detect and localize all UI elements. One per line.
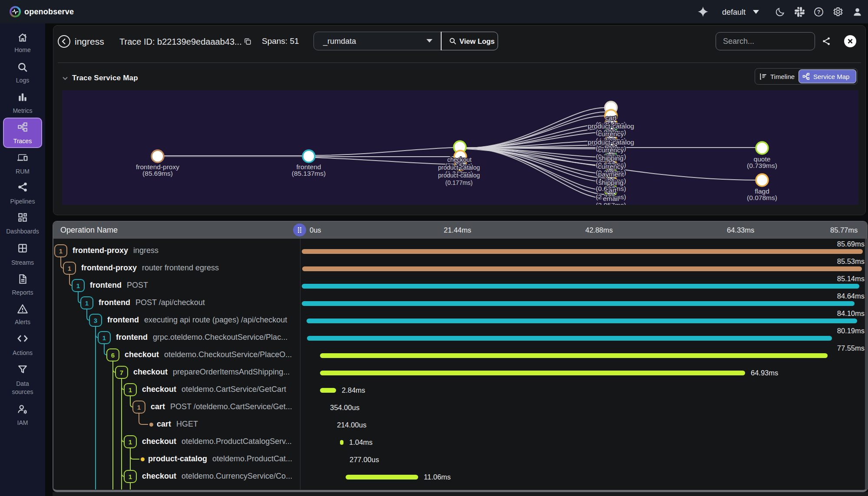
svg-text:email: email <box>603 195 619 202</box>
svg-text:product-catalog: product-catalog <box>588 138 634 146</box>
svg-text:(0.078ms): (0.078ms) <box>747 194 777 201</box>
svg-text:product-catalog: product-catalog <box>588 122 634 130</box>
svg-text:(85.69ms): (85.69ms) <box>142 170 173 177</box>
svg-text:payment: payment <box>598 171 624 178</box>
svg-text:shipping: shipping <box>598 179 624 186</box>
svg-text:?: ? <box>817 9 821 15</box>
svg-text:currency: currency <box>598 146 624 154</box>
svg-text:cart: cart <box>605 187 617 194</box>
svg-text:product-catalog: product-catalog <box>438 172 480 179</box>
svg-text:currency: currency <box>598 163 624 170</box>
svg-text:(0.739ms): (0.739ms) <box>747 162 777 169</box>
svg-text:(0.177ms): (0.177ms) <box>445 179 472 186</box>
svg-text:currency: currency <box>598 130 624 138</box>
svg-text:cart: cart <box>605 114 617 122</box>
svg-text:shipping: shipping <box>598 154 624 162</box>
svg-text:(85.137ms): (85.137ms) <box>292 170 326 177</box>
